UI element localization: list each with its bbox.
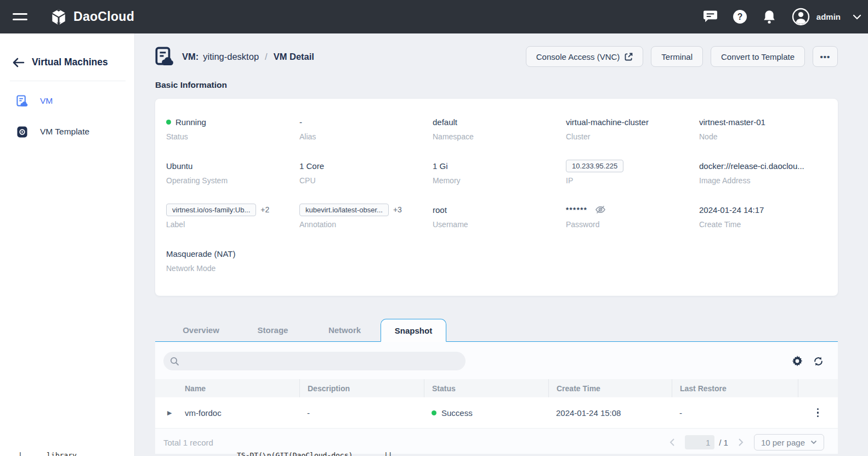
notifications-bell-icon[interactable] (762, 9, 777, 24)
column-actions (798, 379, 838, 397)
snapshot-name[interactable]: vm-fordoc (185, 408, 222, 418)
field-operating-system: Ubuntu Operating System (166, 159, 299, 185)
field-cluster: virtual-machine-cluster Cluster (566, 115, 699, 141)
field-label: virtnest.io/os-family:Ub... +2 Label (166, 203, 299, 229)
sidebar: Virtual Machines VM VM (0, 33, 135, 456)
daocloud-logo-icon (49, 8, 68, 26)
snapshot-toolbar (155, 342, 838, 379)
vm-doc-cloud-icon (16, 95, 28, 108)
tab-overview[interactable]: Overview (165, 325, 237, 341)
sidebar-back[interactable]: Virtual Machines (0, 33, 134, 68)
avatar (792, 8, 810, 26)
password-masked: ****** (566, 206, 587, 214)
label-more-count[interactable]: +2 (260, 205, 269, 214)
breadcrumb-kind: VM: (182, 52, 198, 62)
vm-template-icon (16, 126, 28, 138)
breadcrumb-separator: / (263, 52, 269, 62)
page-total: / 1 (719, 438, 728, 447)
console-access-button[interactable]: Console Access (VNC) (526, 46, 644, 67)
tab-snapshot[interactable]: Snapshot (381, 319, 446, 342)
sidebar-item-vm[interactable]: VM (0, 86, 134, 116)
table-settings-gear-icon[interactable] (792, 356, 803, 367)
user-name: admin (816, 12, 841, 21)
terminal-button[interactable]: Terminal (651, 46, 703, 67)
basic-information-card: Running Status - Alias default Namespace… (155, 99, 838, 296)
row-expander-icon[interactable]: ▶ (167, 409, 174, 416)
search-input[interactable] (184, 357, 459, 365)
field-ip: 10.233.95.225 IP (566, 159, 699, 185)
field-namespace: default Namespace (433, 115, 566, 141)
breadcrumb-vm-name[interactable]: yiting-desktop (203, 52, 259, 62)
breadcrumb: VM: yiting-desktop / VM Detail (182, 52, 314, 62)
chevron-down-icon (853, 14, 861, 20)
column-last-restore[interactable]: Last Restore (672, 379, 798, 397)
top-bar: DaoCloud ? (0, 0, 868, 33)
snapshot-create-time: 2024-01-24 15:08 (548, 397, 672, 428)
detail-tabs: Overview Storage Network Snapshot (155, 319, 838, 342)
more-actions-button[interactable]: ••• (813, 46, 838, 67)
brand-logo[interactable]: DaoCloud (49, 8, 134, 26)
sidebar-title: Virtual Machines (32, 57, 108, 68)
page-number-input[interactable] (685, 435, 714, 449)
menu-toggle-icon[interactable] (13, 9, 27, 24)
prev-page-icon[interactable] (669, 438, 675, 447)
status-dot (166, 120, 171, 125)
row-actions-kebab-icon[interactable] (815, 406, 821, 420)
main-content: VM: yiting-desktop / VM Detail Console A… (135, 33, 868, 456)
field-memory: 1 Gi Memory (433, 159, 566, 185)
column-create-time[interactable]: Create Time (548, 379, 672, 397)
tab-storage[interactable]: Storage (237, 325, 309, 341)
field-node: virtnest-master-01 Node (699, 115, 832, 141)
page-size-select[interactable]: 10 per page (754, 434, 824, 451)
label-chip: virtnest.io/os-family:Ub... (166, 204, 256, 216)
field-alias: - Alias (299, 115, 433, 141)
field-cpu: 1 Core CPU (299, 159, 433, 185)
search-box[interactable] (163, 352, 466, 370)
snapshot-panel: Name Description Status Create Time Last… (155, 342, 838, 454)
vm-page-icon (155, 47, 174, 67)
column-description[interactable]: Description (299, 379, 424, 397)
page-title: VM Detail (274, 52, 314, 62)
snapshot-description: - (299, 397, 424, 428)
search-icon (170, 357, 179, 366)
snapshot-last-restore: - (672, 397, 798, 428)
annotation-more-count[interactable]: +3 (393, 205, 402, 214)
arrow-left-icon (12, 58, 25, 67)
page-header: VM: yiting-desktop / VM Detail Console A… (155, 44, 838, 69)
sidebar-item-vm-template[interactable]: VM Template (0, 116, 134, 147)
eye-off-icon[interactable] (595, 205, 606, 214)
divider (10, 81, 126, 81)
user-menu[interactable]: admin (792, 8, 861, 26)
column-name[interactable]: Name (155, 379, 299, 397)
field-password: ****** Password (566, 203, 699, 229)
next-page-icon[interactable] (738, 438, 744, 447)
ip-chip: 10.233.95.225 (566, 160, 623, 172)
sidebar-item-label: VM (40, 96, 53, 106)
tab-network[interactable]: Network (309, 325, 381, 341)
field-network-mode: Masquerade (NAT) Network Mode (166, 247, 299, 273)
help-icon[interactable]: ? (733, 9, 747, 24)
field-status: Running Status (166, 115, 299, 141)
refresh-icon[interactable] (813, 356, 824, 367)
field-create-time: 2024-01-24 14:17 Create Time (699, 203, 832, 229)
basic-information-title: Basic Information (155, 80, 838, 90)
pagination: / 1 10 per page (669, 434, 824, 451)
feedback-icon[interactable] (703, 9, 718, 24)
field-annotation: kubevirt.io/latest-obser... +3 Annotatio… (299, 203, 433, 229)
status-dot (432, 410, 436, 415)
convert-to-template-button[interactable]: Convert to Template (711, 46, 805, 67)
svg-text:?: ? (737, 12, 743, 21)
chevron-down-icon (810, 440, 817, 444)
field-username: root Username (433, 203, 566, 229)
column-status[interactable]: Status (424, 379, 548, 397)
external-link-icon (625, 53, 633, 61)
table-row: ▶ vm-fordoc - Success 2024-01-24 15:08 - (155, 397, 838, 429)
sidebar-item-label: VM Template (40, 127, 89, 137)
field-image-address: docker://release-ci.daoclou... Image Add… (699, 159, 832, 185)
total-records: Total 1 record (163, 438, 213, 447)
annotation-chip: kubevirt.io/latest-obser... (299, 204, 389, 216)
table-header: Name Description Status Create Time Last… (155, 379, 838, 397)
snapshot-status: Success (432, 408, 473, 418)
table-footer: Total 1 record / 1 10 per page (155, 429, 838, 451)
brand-name: DaoCloud (73, 9, 134, 24)
